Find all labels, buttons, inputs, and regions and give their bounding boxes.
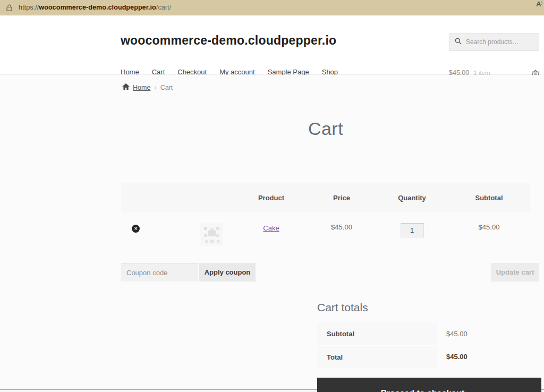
cart-totals-heading: Cart totals [317, 301, 541, 314]
home-icon [122, 83, 130, 91]
product-name-cell: Cake [235, 223, 307, 233]
arrow-right-icon: → [469, 389, 478, 392]
cart-table-row: ✕ Cake $45.00 $45.00 [121, 212, 530, 255]
total-value: $45.00 [437, 345, 468, 368]
site-header: woocommerce-demo.cloudpepper.io Search p… [0, 15, 544, 75]
site-title[interactable]: woocommerce-demo.cloudpepper.io [121, 33, 336, 48]
remove-item-button[interactable]: ✕ [132, 225, 140, 233]
url-path: /cart/ [156, 4, 171, 11]
subtotal-value: $45.00 [437, 322, 468, 345]
search-box[interactable]: Search products… [449, 33, 539, 51]
cart-form: Product Price Quantity Subtotal ✕ Cake $… [121, 183, 542, 282]
price-cell: $45.00 [307, 223, 376, 231]
coupon-code-input[interactable] [121, 263, 198, 282]
product-link[interactable]: Cake [263, 224, 279, 232]
lock-icon [6, 4, 12, 11]
breadcrumb-home-label: Home [133, 84, 150, 91]
subtotal-label: Subtotal [317, 322, 437, 345]
page-content: Home › Cart Cart Product Price Quantity … [0, 75, 544, 392]
browser-address-bar[interactable]: https://woocommerce-demo.cloudpepper.io/… [0, 0, 544, 15]
cart-table-header: Product Price Quantity Subtotal [121, 183, 530, 212]
update-cart-button[interactable]: Update cart [491, 263, 539, 282]
col-header-quantity: Quantity [376, 194, 448, 202]
product-thumbnail[interactable] [200, 223, 223, 246]
checkout-label: Proceed to checkout [381, 389, 464, 392]
read-aloud-icon[interactable]: A [536, 0, 542, 8]
url-text[interactable]: https://woocommerce-demo.cloudpepper.io/… [19, 4, 171, 11]
url-scheme: https:// [19, 4, 39, 11]
breadcrumb-home-link[interactable]: Home [122, 83, 150, 91]
subtotal-cell: $45.00 [448, 223, 530, 231]
quantity-cell [376, 223, 448, 237]
breadcrumb-current: Cart [160, 84, 173, 91]
col-header-subtotal: Subtotal [448, 194, 530, 202]
page-title: Cart [121, 118, 530, 139]
col-header-price: Price [307, 194, 376, 202]
quantity-input[interactable] [401, 223, 424, 237]
total-row: Total $45.00 [317, 345, 541, 368]
search-input[interactable]: Search products… [466, 38, 518, 46]
breadcrumb-separator: › [154, 83, 156, 91]
search-icon [455, 37, 462, 47]
total-label: Total [317, 345, 437, 368]
subtotal-row: Subtotal $45.00 [317, 322, 541, 345]
coupon-actions-row: Apply coupon Update cart [121, 263, 542, 282]
proceed-to-checkout-button[interactable]: Proceed to checkout→ [317, 378, 541, 392]
col-header-product: Product [235, 194, 307, 202]
breadcrumb: Home › Cart [122, 83, 173, 91]
cart-totals-section: Cart totals Subtotal $45.00 Total $45.00… [317, 301, 541, 392]
cart-totals-table: Subtotal $45.00 Total $45.00 [317, 322, 541, 368]
url-domain: woocommerce-demo.cloudpepper.io [39, 4, 156, 11]
apply-coupon-button[interactable]: Apply coupon [199, 263, 256, 282]
